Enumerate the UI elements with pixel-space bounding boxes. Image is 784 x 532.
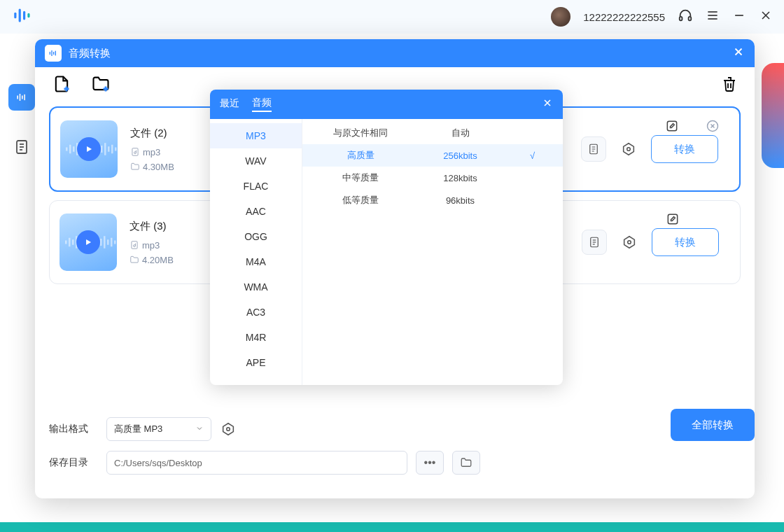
quality-bitrate: 96kbits bbox=[413, 195, 507, 206]
tab-recent[interactable]: 最近 bbox=[220, 97, 239, 111]
quality-label: 低等质量 bbox=[308, 194, 413, 206]
svg-rect-34 bbox=[73, 146, 75, 152]
quality-row[interactable]: 中等质量128kbits bbox=[302, 167, 563, 189]
modal-title: 音频转换 bbox=[69, 47, 111, 60]
app-logo-icon bbox=[11, 4, 35, 30]
format-item-ape[interactable]: APE bbox=[210, 350, 302, 375]
svg-rect-33 bbox=[69, 145, 71, 154]
edit-icon[interactable] bbox=[665, 119, 679, 136]
play-icon[interactable] bbox=[77, 137, 101, 161]
svg-rect-60 bbox=[100, 239, 102, 246]
svg-marker-53 bbox=[624, 144, 634, 155]
svg-rect-45 bbox=[667, 121, 676, 130]
open-folder-button[interactable] bbox=[452, 451, 480, 475]
svg-rect-20 bbox=[50, 52, 50, 55]
format-item-flac[interactable]: FLAC bbox=[210, 174, 302, 199]
quality-row[interactable]: 低等质量96kbits bbox=[302, 189, 563, 211]
remove-file-button[interactable] bbox=[706, 119, 720, 136]
svg-rect-37 bbox=[101, 146, 103, 153]
save-dir-field[interactable]: C:/Users/sqs/Desktop bbox=[106, 451, 407, 475]
file-thumbnail[interactable] bbox=[60, 120, 118, 178]
save-dir-label: 保存目录 bbox=[49, 456, 98, 469]
quality-label: 高质量 bbox=[308, 149, 413, 162]
svg-marker-42 bbox=[87, 146, 92, 152]
svg-rect-14 bbox=[22, 96, 23, 99]
rail-audio-button[interactable] bbox=[8, 84, 35, 111]
file-size: 4.20MB bbox=[142, 255, 174, 265]
output-settings-icon[interactable] bbox=[220, 421, 237, 438]
format-item-mp3[interactable]: MP3 bbox=[210, 123, 302, 148]
output-format-value: 高质量 MP3 bbox=[114, 423, 162, 435]
file-format: mp3 bbox=[142, 240, 160, 251]
format-item-wav[interactable]: WAV bbox=[210, 148, 302, 174]
svg-rect-38 bbox=[104, 143, 106, 155]
output-format-select[interactable]: 高质量 MP3 bbox=[106, 417, 211, 441]
convert-button[interactable]: 转换 bbox=[652, 228, 719, 256]
modal-close-button[interactable] bbox=[732, 46, 745, 62]
svg-rect-2 bbox=[23, 11, 25, 20]
clear-list-button[interactable] bbox=[721, 76, 738, 95]
add-folder-button[interactable] bbox=[91, 74, 111, 97]
avatar[interactable] bbox=[551, 7, 570, 27]
svg-rect-61 bbox=[104, 236, 106, 248]
quality-row[interactable]: 与原文件相同自动 bbox=[302, 122, 563, 144]
svg-rect-0 bbox=[14, 13, 16, 19]
modal-header: 音频转换 bbox=[35, 39, 755, 67]
close-window-button[interactable] bbox=[759, 8, 773, 25]
svg-rect-41 bbox=[115, 148, 117, 151]
svg-rect-64 bbox=[114, 241, 116, 244]
svg-point-74 bbox=[628, 241, 631, 244]
svg-point-54 bbox=[627, 148, 631, 151]
play-icon[interactable] bbox=[76, 230, 100, 254]
output-format-label: 输出格式 bbox=[49, 423, 98, 435]
svg-rect-4 bbox=[680, 17, 682, 21]
settings-icon[interactable] bbox=[621, 234, 638, 251]
svg-rect-13 bbox=[20, 94, 21, 101]
edit-icon[interactable] bbox=[666, 212, 680, 229]
modal-icon bbox=[45, 45, 62, 62]
format-item-wma[interactable]: WMA bbox=[210, 274, 302, 300]
format-item-aac[interactable]: AAC bbox=[210, 199, 302, 224]
settings-icon[interactable] bbox=[620, 141, 637, 158]
quality-row[interactable]: 高质量256kbits√ bbox=[302, 144, 563, 167]
svg-rect-22 bbox=[53, 52, 54, 55]
svg-rect-62 bbox=[107, 239, 109, 245]
minimize-button[interactable] bbox=[732, 8, 746, 25]
svg-marker-65 bbox=[86, 239, 91, 245]
svg-rect-3 bbox=[27, 13, 29, 18]
svg-marker-73 bbox=[624, 237, 635, 248]
svg-point-76 bbox=[227, 428, 230, 431]
info-button[interactable] bbox=[582, 230, 607, 255]
quality-bitrate: 128kbits bbox=[413, 173, 507, 183]
popover-close-button[interactable] bbox=[542, 97, 553, 112]
convert-all-button[interactable]: 全部转换 bbox=[671, 409, 755, 441]
save-dir-value: C:/Users/sqs/Desktop bbox=[114, 458, 202, 468]
menu-icon[interactable] bbox=[706, 8, 720, 25]
svg-rect-63 bbox=[111, 238, 113, 247]
format-item-ac3[interactable]: AC3 bbox=[210, 300, 302, 325]
rail-doc-icon[interactable] bbox=[13, 139, 30, 158]
more-path-button[interactable]: ••• bbox=[416, 451, 444, 475]
headphone-icon[interactable] bbox=[678, 8, 693, 26]
right-promo-bubble[interactable] bbox=[762, 63, 784, 168]
svg-rect-56 bbox=[69, 238, 71, 247]
format-popover: 最近 音频 MP3WAVFLACAACOGGM4AWMAAC3M4RAPE 与原… bbox=[210, 90, 563, 385]
svg-rect-32 bbox=[66, 148, 68, 151]
info-button[interactable] bbox=[581, 136, 606, 162]
svg-rect-1 bbox=[19, 8, 21, 22]
tab-audio[interactable]: 音频 bbox=[252, 97, 272, 112]
format-item-ogg[interactable]: OGG bbox=[210, 224, 302, 249]
convert-button[interactable]: 转换 bbox=[651, 135, 718, 163]
svg-rect-12 bbox=[17, 96, 18, 99]
add-file-button[interactable] bbox=[52, 74, 71, 97]
status-bar bbox=[0, 522, 784, 532]
file-format: mp3 bbox=[143, 147, 160, 158]
username-label: 12222222222555 bbox=[583, 11, 665, 23]
file-size: 4.30MB bbox=[143, 162, 174, 172]
svg-rect-15 bbox=[24, 94, 25, 100]
svg-rect-57 bbox=[72, 239, 74, 245]
format-item-m4a[interactable]: M4A bbox=[210, 249, 302, 274]
svg-rect-39 bbox=[108, 146, 110, 152]
file-thumbnail[interactable] bbox=[59, 214, 117, 271]
format-item-m4r[interactable]: M4R bbox=[210, 325, 302, 350]
